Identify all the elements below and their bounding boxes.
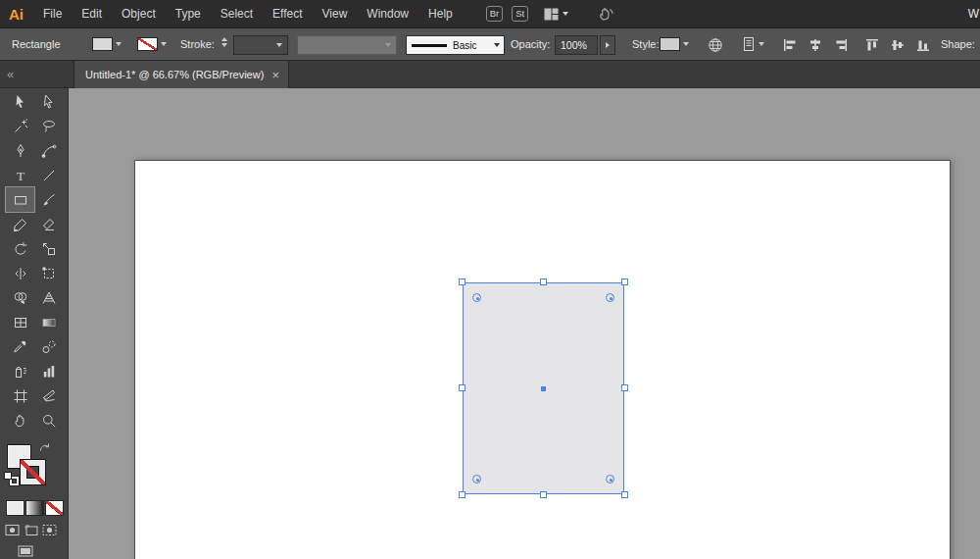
opacity-value: 100% [561, 39, 587, 51]
stroke-width-select[interactable] [233, 35, 288, 55]
corner-widget-icon[interactable] [606, 475, 614, 483]
curvature-tool[interactable] [34, 138, 63, 163]
brush-definition-select[interactable]: Basic [406, 35, 505, 55]
selection-handle[interactable] [459, 384, 466, 391]
fill-color-dropdown[interactable] [92, 37, 122, 51]
paintbrush-tool[interactable] [34, 187, 63, 212]
hand-tool[interactable] [6, 408, 34, 432]
menu-edit[interactable]: Edit [72, 0, 112, 27]
document-setup-dropdown[interactable] [742, 36, 764, 52]
brush-definition-value: Basic [453, 40, 494, 51]
corner-widget-icon[interactable] [606, 293, 614, 302]
line-segment-tool[interactable] [34, 163, 63, 187]
menu-select[interactable]: Select [211, 0, 263, 27]
pen-tool[interactable] [6, 138, 34, 163]
chevron-right-icon [606, 42, 610, 48]
launch-bridge-button[interactable]: Br [486, 6, 504, 22]
shaper-tool[interactable] [6, 212, 34, 236]
color-button[interactable] [6, 500, 24, 516]
menu-view[interactable]: View [313, 0, 358, 27]
opacity-options-button[interactable] [600, 35, 615, 55]
selection-handle[interactable] [459, 279, 466, 285]
align-vertical-center-icon[interactable] [890, 37, 906, 53]
column-graph-tool[interactable] [34, 359, 63, 383]
chevron-down-icon [116, 42, 122, 46]
svg-text:T: T [17, 168, 24, 182]
draw-behind-button[interactable] [24, 524, 38, 536]
swap-fill-stroke-icon[interactable] [38, 441, 51, 453]
graphic-style-swatch [660, 37, 680, 51]
align-horizontal-right-icon[interactable] [833, 37, 849, 53]
align-horizontal-left-icon[interactable] [782, 37, 798, 53]
align-horizontal-center-icon[interactable] [808, 37, 823, 53]
blend-tool[interactable] [34, 334, 63, 359]
perspective-grid-tool[interactable] [34, 285, 63, 310]
type-tool[interactable]: T [6, 163, 34, 187]
selection-handle[interactable] [621, 279, 628, 285]
lasso-tool[interactable] [34, 114, 63, 138]
chevron-down-icon [494, 43, 500, 47]
menu-object[interactable]: Object [112, 0, 166, 27]
document-tab[interactable]: Untitled-1* @ 66.67% (RGB/Preview) × [74, 61, 289, 88]
selection-tool[interactable] [6, 89, 34, 114]
menu-help[interactable]: Help [418, 0, 463, 27]
draw-normal-button[interactable] [5, 524, 20, 536]
menu-type[interactable]: Type [166, 0, 211, 27]
symbol-sprayer-tool[interactable] [6, 359, 34, 383]
eraser-tool[interactable] [34, 212, 63, 236]
document-tab-strip: « Untitled-1* @ 66.67% (RGB/Preview) × [0, 61, 980, 88]
stroke-width-stepper[interactable] [221, 37, 227, 47]
collapse-panel-icon[interactable]: « [7, 62, 14, 87]
align-vertical-top-icon[interactable] [864, 37, 880, 53]
screen-mode-button[interactable] [18, 545, 33, 557]
align-vertical-bottom-icon[interactable] [915, 37, 931, 53]
rotate-tool[interactable] [6, 236, 34, 261]
default-fill-stroke-icon[interactable] [4, 472, 19, 485]
tool-grid: T [0, 88, 69, 432]
selection-handle[interactable] [621, 491, 628, 498]
rectangle-tool[interactable] [6, 187, 34, 212]
workspace-switcher[interactable] [544, 8, 568, 21]
chevron-down-icon [759, 42, 764, 46]
drawing-mode-buttons [5, 524, 57, 536]
menu-file[interactable]: File [33, 0, 72, 27]
share-icon[interactable] [598, 6, 614, 22]
stepper-up-icon[interactable] [221, 37, 227, 41]
corner-widget-icon[interactable] [472, 293, 481, 302]
zoom-tool[interactable] [34, 408, 63, 432]
globe-icon[interactable] [708, 37, 723, 53]
none-button[interactable] [45, 500, 64, 516]
menu-effect[interactable]: Effect [263, 0, 312, 27]
gradient-button[interactable] [25, 500, 44, 516]
variable-width-profile-select[interactable] [297, 35, 397, 55]
opacity-input[interactable]: 100% [555, 35, 598, 55]
canvas-area[interactable] [69, 88, 980, 559]
selection-handle[interactable] [540, 279, 547, 285]
free-transform-tool[interactable] [34, 261, 63, 285]
menu-window[interactable]: Window [357, 0, 418, 27]
artboard-tool[interactable] [6, 383, 34, 408]
width-tool[interactable] [6, 261, 34, 285]
corner-widget-icon[interactable] [472, 475, 481, 483]
adobe-stock-button[interactable]: St [512, 6, 528, 22]
scale-tool[interactable] [34, 236, 63, 261]
stroke-color-dropdown[interactable] [137, 37, 167, 51]
selection-handle[interactable] [459, 491, 466, 498]
close-tab-icon[interactable]: × [271, 69, 279, 81]
draw-inside-button[interactable] [42, 524, 57, 536]
gradient-tool[interactable] [34, 310, 63, 334]
slice-tool[interactable] [34, 383, 63, 408]
stroke-none-slash-icon [21, 460, 45, 484]
magic-wand-tool[interactable] [6, 114, 34, 138]
stepper-down-icon[interactable] [221, 43, 227, 47]
graphic-style-dropdown[interactable] [660, 37, 689, 51]
shape-builder-tool[interactable] [6, 285, 34, 310]
right-edge-cut-text: W [968, 7, 979, 21]
menu-items: FileEditObjectTypeSelectEffectViewWindow… [33, 0, 463, 27]
selected-rectangle[interactable] [463, 282, 624, 494]
direct-selection-tool[interactable] [34, 89, 63, 114]
eyedropper-tool[interactable] [6, 334, 34, 359]
mesh-tool[interactable] [6, 310, 34, 334]
selection-handle[interactable] [540, 491, 547, 498]
selection-handle[interactable] [621, 384, 628, 391]
